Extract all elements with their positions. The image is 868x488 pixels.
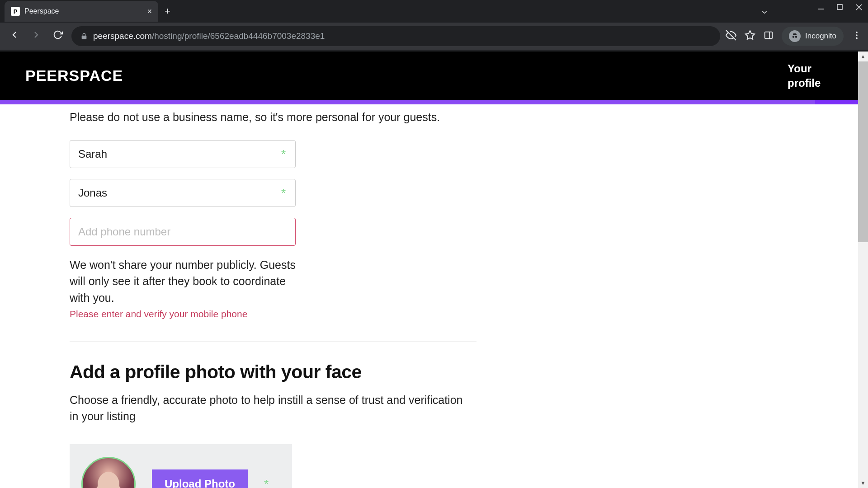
favicon: P: [11, 7, 20, 16]
minimize-icon[interactable]: [817, 4, 825, 13]
section-divider: [70, 341, 476, 342]
svg-point-12: [856, 34, 858, 36]
upload-photo-button[interactable]: Upload Photo: [152, 469, 248, 488]
close-icon[interactable]: ×: [147, 7, 152, 16]
panel-icon[interactable]: [764, 30, 774, 42]
incognito-label: Incognito: [805, 32, 836, 41]
phone-error-text: Please enter and verify your mobile phon…: [70, 309, 788, 319]
page-viewport: PEERSPACE Your profile Please do not use…: [0, 52, 868, 488]
svg-point-13: [856, 38, 858, 39]
progress-bar: [0, 100, 858, 104]
scrollbar-thumb[interactable]: [858, 61, 868, 242]
eye-off-icon[interactable]: [726, 30, 736, 42]
peerspace-logo[interactable]: PEERSPACE: [25, 67, 123, 84]
first-name-field-wrap: *: [70, 140, 296, 168]
url-bar[interactable]: peerspace.com/hosting/profile/6562eadb44…: [71, 26, 720, 46]
svg-rect-1: [837, 5, 842, 9]
site-header: PEERSPACE Your profile: [0, 52, 858, 100]
toolbar-right: Incognito: [726, 27, 862, 46]
last-name-field-wrap: *: [70, 179, 296, 207]
incognito-badge[interactable]: Incognito: [782, 27, 844, 46]
scrollbar-up-icon[interactable]: ▲: [858, 52, 868, 61]
progress-fill: [0, 100, 815, 104]
browser-tab[interactable]: P Peerspace ×: [5, 1, 158, 22]
name-helper-text: Please do not use a business name, so it…: [70, 111, 788, 124]
main-content: Please do not use a business name, so it…: [0, 104, 858, 488]
svg-rect-7: [765, 32, 773, 39]
required-marker: *: [281, 186, 286, 200]
back-icon[interactable]: [6, 29, 23, 43]
your-profile-link[interactable]: Your profile: [788, 61, 833, 89]
reload-icon[interactable]: [50, 30, 66, 42]
avatar: [81, 457, 136, 488]
svg-point-11: [856, 32, 858, 33]
kebab-menu-icon[interactable]: [852, 30, 862, 42]
incognito-icon: [789, 30, 801, 42]
photo-section-heading: Add a profile photo with your face: [70, 361, 788, 383]
phone-helper-text: We won't share your number publicly. Gue…: [70, 257, 305, 306]
photo-section-helper: Choose a friendly, accurate photo to hel…: [70, 392, 472, 425]
svg-point-10: [795, 36, 797, 38]
chevron-down-icon[interactable]: [760, 8, 769, 18]
window-controls: [817, 4, 863, 13]
required-marker: *: [264, 477, 269, 488]
browser-chrome: P Peerspace × + peerspace.com/hosting/pr…: [0, 0, 868, 52]
url-text: peerspace.com/hosting/profile/6562eadb44…: [93, 31, 325, 41]
phone-input[interactable]: [70, 218, 296, 246]
scrollbar-down-icon[interactable]: ▼: [858, 478, 868, 488]
address-bar: peerspace.com/hosting/profile/6562eadb44…: [0, 23, 868, 50]
first-name-input[interactable]: [70, 140, 296, 168]
forward-icon[interactable]: [28, 29, 44, 43]
tab-title: Peerspace: [24, 7, 142, 15]
phone-field-wrap: [70, 218, 296, 246]
svg-marker-6: [745, 31, 755, 39]
svg-point-9: [793, 36, 795, 38]
star-icon[interactable]: [745, 30, 755, 42]
last-name-input[interactable]: [70, 179, 296, 207]
maximize-icon[interactable]: [836, 4, 844, 13]
required-marker: *: [281, 147, 286, 161]
window-close-icon[interactable]: [855, 4, 863, 13]
upload-photo-card: Upload Photo *: [70, 444, 292, 488]
new-tab-button[interactable]: +: [165, 5, 170, 17]
lock-icon: [80, 33, 88, 40]
tab-bar: P Peerspace × +: [0, 0, 868, 23]
